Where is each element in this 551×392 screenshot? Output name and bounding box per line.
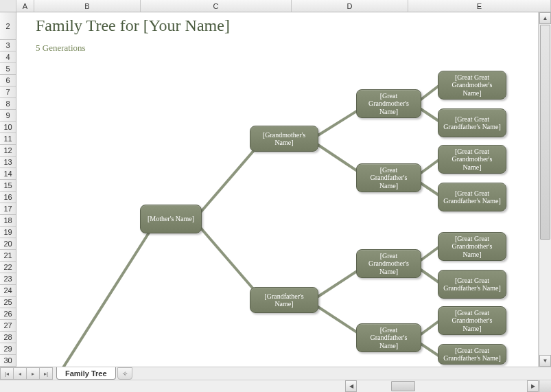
insert-sheet-icon[interactable]: ✧ [117,367,132,380]
row-27[interactable]: 27 [0,320,16,332]
node-gg-grandmother-3[interactable]: [Great Great Grandmother's Name] [438,232,506,261]
row-headers: 2 3 4 5 6 7 8 9 10 11 12 13 14 15 16 17 … [0,12,16,367]
scroll-down-icon[interactable]: ▼ [539,355,551,367]
node-great-grandfather-1[interactable]: [Great Grandfather's Name] [356,163,421,192]
node-great-grandmother-2[interactable]: [Great Grandmother's Name] [356,249,421,278]
row-19[interactable]: 19 [0,227,16,238]
row-8[interactable]: 8 [0,98,16,110]
row-3[interactable]: 3 [0,40,16,51]
row-20[interactable]: 20 [0,238,16,250]
horizontal-scrollbar[interactable]: ◀ ▶ [345,380,551,392]
column-headers: A B C D E [0,0,551,12]
worksheet-canvas[interactable]: Family Tree for [Your Name] 5 Generation… [16,12,539,367]
tab-nav-buttons: |◂ ◂ ▸ ▸| [0,367,52,380]
tab-nav-prev-icon[interactable]: ◂ [13,367,27,380]
node-gg-grandfather-1[interactable]: [Great Great Grandfather's Name] [438,108,506,137]
select-all-corner[interactable] [0,0,16,12]
row-6[interactable]: 6 [0,75,16,87]
node-gg-grandmother-2[interactable]: [Great Great Grandmother's Name] [438,145,506,174]
resize-grip-icon[interactable] [539,380,551,392]
col-B[interactable]: B [34,0,141,12]
row-4[interactable]: 4 [0,51,16,63]
node-grandfather[interactable]: [Grandfather's Name] [250,287,318,313]
vscroll-thumb[interactable] [540,25,550,240]
node-mother[interactable]: [Mother's Name] [140,205,202,233]
row-2[interactable]: 2 [0,12,16,40]
row-15[interactable]: 15 [0,180,16,192]
vscroll-track[interactable] [539,24,551,355]
hscroll-thumb[interactable] [391,381,415,391]
row-12[interactable]: 12 [0,145,16,157]
row-9[interactable]: 9 [0,110,16,122]
node-great-grandmother-1[interactable]: [Great Grandmother's Name] [356,89,421,118]
row-29[interactable]: 29 [0,343,16,355]
row-28[interactable]: 28 [0,332,16,343]
row-25[interactable]: 25 [0,297,16,308]
row-30[interactable]: 30 [0,355,16,367]
row-18[interactable]: 18 [0,215,16,227]
node-gg-grandmother-1[interactable]: [Great Great Grandmother's Name] [438,71,506,100]
col-A[interactable]: A [16,0,34,12]
tab-nav-first-icon[interactable]: |◂ [0,367,14,380]
horizontal-scrollbar-area: ◀ ▶ [0,380,551,392]
row-10[interactable]: 10 [0,122,16,133]
row-11[interactable]: 11 [0,133,16,145]
node-gg-grandfather-3[interactable]: [Great Great Grandfather's Name] [438,270,506,299]
scroll-right-icon[interactable]: ▶ [527,380,539,392]
row-13[interactable]: 13 [0,157,16,168]
sheet-tab-active[interactable]: Family Tree [56,367,116,380]
col-E[interactable]: E [408,0,551,12]
sheet-tab-strip: |◂ ◂ ▸ ▸| Family Tree ✧ [0,367,551,380]
hscroll-track[interactable] [357,380,527,392]
row-23[interactable]: 23 [0,273,16,285]
tab-nav-next-icon[interactable]: ▸ [26,367,40,380]
row-26[interactable]: 26 [0,308,16,320]
node-great-grandfather-2[interactable]: [Great Grandfather's Name] [356,323,421,352]
row-7[interactable]: 7 [0,87,16,98]
row-22[interactable]: 22 [0,262,16,273]
row-16[interactable]: 16 [0,192,16,203]
node-gg-grandmother-4[interactable]: [Great Great Grandmother's Name] [438,306,506,335]
row-17[interactable]: 17 [0,203,16,215]
node-gg-grandfather-4[interactable]: [Great Great Grandfather's Name] [438,344,506,365]
row-5[interactable]: 5 [0,63,16,75]
col-D[interactable]: D [292,0,408,12]
row-24[interactable]: 24 [0,285,16,297]
scroll-left-icon[interactable]: ◀ [345,380,357,392]
vertical-scrollbar[interactable]: ▲ ▼ [539,12,551,367]
node-gg-grandfather-2[interactable]: [Great Great Grandfather's Name] [438,183,506,211]
scroll-up-icon[interactable]: ▲ [539,12,551,24]
col-C[interactable]: C [141,0,292,12]
tab-nav-last-icon[interactable]: ▸| [39,367,53,380]
node-grandmother[interactable]: [Grandmother's Name] [250,126,318,152]
row-21[interactable]: 21 [0,250,16,262]
row-14[interactable]: 14 [0,168,16,180]
